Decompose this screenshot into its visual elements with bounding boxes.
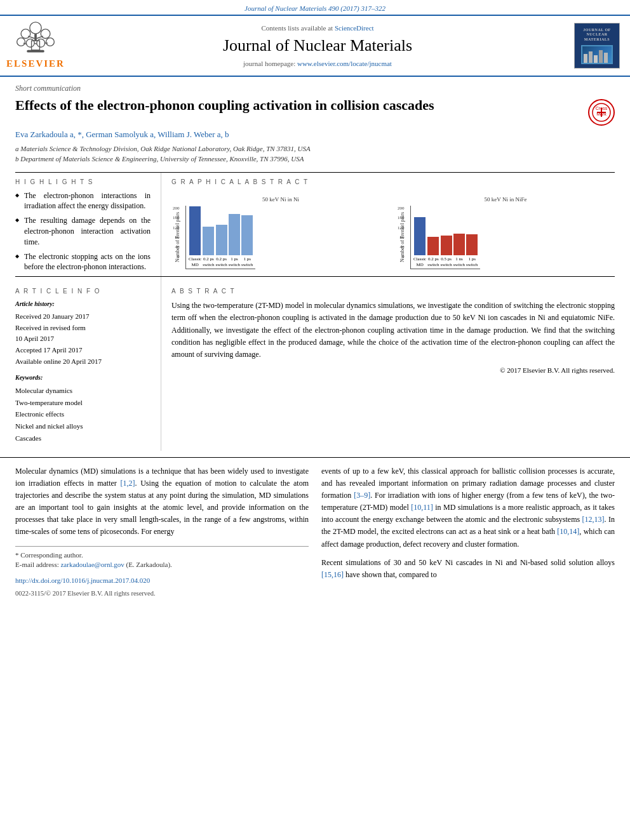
article-keywords: Keywords: Molecular dynamics Two-tempera…	[15, 373, 151, 444]
chart2-bar-5: 1 psswitch	[466, 234, 478, 269]
history-2: 10 April 2017	[15, 333, 151, 345]
sciencedirect-link[interactable]: ScienceDirect	[335, 24, 374, 32]
keyword-2: Electronic effects	[15, 408, 151, 420]
highlights-list: The electron-phonon interactions in irra…	[15, 190, 151, 273]
journal-top-bar: Journal of Nuclear Materials 490 (2017) …	[0, 0, 630, 15]
elsevier-tree-icon	[13, 21, 58, 56]
header-center: Contents lists available at ScienceDirec…	[67, 23, 568, 69]
body-two-col: Molecular dynamics (MD) simulations is a…	[15, 465, 615, 599]
highlight-item-1: The electron-phonon interactions in irra…	[15, 190, 151, 212]
graphical-abstract-charts: 50 keV Ni in Ni 200 160 120 80 40 0	[171, 190, 615, 275]
body-left-text: Molecular dynamics (MD) simulations is a…	[15, 465, 309, 538]
copyright-text: © 2017 Elsevier B.V. All rights reserved…	[171, 366, 615, 375]
doi-link[interactable]: http://dx.doi.org/10.1016/j.jnucmat.2017…	[15, 577, 150, 584]
article-info-col: A R T I C L E I N F O Article history: R…	[15, 277, 161, 450]
body-left-col: Molecular dynamics (MD) simulations is a…	[15, 465, 309, 599]
article-area: Short communication Effects of the elect…	[0, 77, 630, 457]
highlight-item-2: The resulting damage depends on the elec…	[15, 215, 151, 247]
journal-homepage-line: journal homepage: www.elsevier.com/locat…	[67, 59, 568, 69]
chart2-bar-4: 1 nsswitch	[453, 234, 465, 269]
keywords-list: Molecular dynamics Two-temperature model…	[15, 385, 151, 444]
bar-label: 1 nsswitch	[453, 257, 465, 269]
affiliation-b: b Department of Materials Science & Engi…	[15, 154, 615, 164]
homepage-link[interactable]: www.elsevier.com/locate/jnucmat	[297, 60, 392, 67]
svg-rect-14	[32, 41, 40, 51]
doi-area: http://dx.doi.org/10.1016/j.jnucmat.2017…	[15, 575, 309, 586]
journal-title: Journal of Nuclear Materials	[67, 34, 568, 57]
chart1-container: 50 keV Ni in Ni 200 160 120 80 40 0	[171, 196, 390, 270]
highlights-graphical-row: H I G H L I G H T S The electron-phonon …	[15, 172, 615, 277]
body-area: Molecular dynamics (MD) simulations is a…	[0, 457, 630, 606]
keywords-label: Keywords:	[15, 373, 151, 382]
svg-point-2	[21, 29, 30, 39]
journal-cover-image: JOURNAL OFNUCLEARMATERIALS	[574, 23, 620, 69]
abstract-label: A B S T R A C T	[171, 287, 615, 296]
history-label: Article history:	[15, 300, 151, 309]
chart2-title: 50 keV Ni in NiFe	[396, 196, 615, 204]
authors-line: Eva Zarkadoula a, *, German Samolyuk a, …	[15, 129, 615, 140]
svg-point-3	[41, 29, 50, 39]
highlights-col: H I G H L I G H T S The electron-phonon …	[15, 173, 161, 277]
bar-label: ClassicMD	[413, 257, 426, 269]
y-label-200: 200	[173, 206, 180, 212]
info-abstract-row: A R T I C L E I N F O Article history: R…	[15, 276, 615, 450]
header-band: ELSEVIER Contents lists available at Sci…	[0, 15, 630, 77]
corresponding-author-note: * Corresponding author.	[15, 550, 309, 560]
bar-label: 0.5 psswitch	[441, 257, 452, 269]
chart2-bars: ClassicMD 0.2 psswitch 0.5 psswitch	[410, 206, 480, 269]
bar-label: ClassicMD	[189, 257, 201, 269]
keyword-1: Two-temperature model	[15, 397, 151, 409]
bar-label: 0.2 psswitch	[427, 257, 439, 269]
history-0: Received 20 January 2017	[15, 311, 151, 323]
sciencedirect-text: Contents lists available at	[261, 24, 333, 32]
affiliations: a Materials Science & Technology Divisio…	[15, 143, 615, 164]
history-1: Received in revised form	[15, 323, 151, 334]
bar-label: 0.2 psswitch	[203, 257, 214, 269]
keyword-3: Nickel and nickel alloys	[15, 420, 151, 432]
chart2-container: 50 keV Ni in NiFe 200 160 120 80 40 0	[396, 196, 615, 270]
bar-rect	[189, 206, 201, 255]
homepage-text: journal homepage:	[243, 60, 295, 67]
highlights-label: H I G H L I G H T S	[15, 178, 151, 187]
chart2-bar-2: 0.2 psswitch	[427, 237, 439, 269]
bar-rect	[216, 225, 227, 255]
svg-point-8	[37, 39, 45, 48]
svg-point-6	[17, 38, 25, 46]
sciencedirect-line: Contents lists available at ScienceDirec…	[67, 23, 568, 33]
bar-label: 0.2 psswitch	[216, 257, 227, 269]
chart1-bar-3: 0.2 psswitch	[216, 225, 227, 269]
elsevier-label: ELSEVIER	[6, 57, 65, 70]
bar-rect	[241, 215, 253, 255]
body-right-text-1: events of up to a few keV, this classica…	[321, 465, 615, 550]
bar-label: 1 psswitch	[466, 257, 478, 269]
chart1-bars: ClassicMD 0.2 psswitch 0.2 psswitch	[185, 206, 255, 269]
bar-rect	[203, 227, 214, 255]
chart1-bar-2: 0.2 psswitch	[203, 227, 214, 269]
chart1-wrap: 200 160 120 80 40 0 Number of Frenkel pa…	[171, 206, 390, 269]
email-link[interactable]: zarkadoulae@ornl.gov	[60, 561, 124, 568]
journal-citation: Journal of Nuclear Materials 490 (2017) …	[245, 4, 385, 12]
y-label-200b: 200	[398, 206, 405, 212]
highlight-item-3: The electronic stopping acts on the ions…	[15, 251, 151, 273]
body-right-text-2: Recent simulations of 30 and 50 keV Ni c…	[321, 557, 615, 581]
chart2-bar-1: ClassicMD	[413, 217, 426, 269]
bar-rect	[466, 234, 478, 255]
bar-rect	[441, 236, 452, 255]
graphical-abstract-col: G R A P H I C A L A B S T R A C T 50 keV…	[161, 173, 615, 277]
graphical-abstract-label: G R A P H I C A L A B S T R A C T	[171, 178, 615, 187]
chart2-y-axis-label: Number of Frenkel pairs	[399, 212, 406, 262]
article-history: Article history: Received 20 January 201…	[15, 300, 151, 367]
chart2-bar-3: 0.5 psswitch	[441, 236, 452, 269]
elsevier-logo: ELSEVIER	[10, 21, 61, 70]
abstract-text: Using the two-temperature (2T-MD) model …	[171, 300, 615, 361]
keyword-0: Molecular dynamics	[15, 385, 151, 397]
bar-rect	[414, 217, 426, 255]
svg-point-0	[30, 22, 41, 34]
bar-label: 1 psswitch	[229, 257, 240, 269]
history-3: Accepted 17 April 2017	[15, 345, 151, 356]
history-4: Available online 20 April 2017	[15, 356, 151, 368]
article-section-label: Short communication	[15, 83, 615, 94]
issn-note: 0022-3115/© 2017 Elsevier B.V. All right…	[15, 589, 309, 599]
svg-rect-1	[34, 34, 37, 41]
corresponding-label: * Corresponding author.	[15, 551, 83, 559]
